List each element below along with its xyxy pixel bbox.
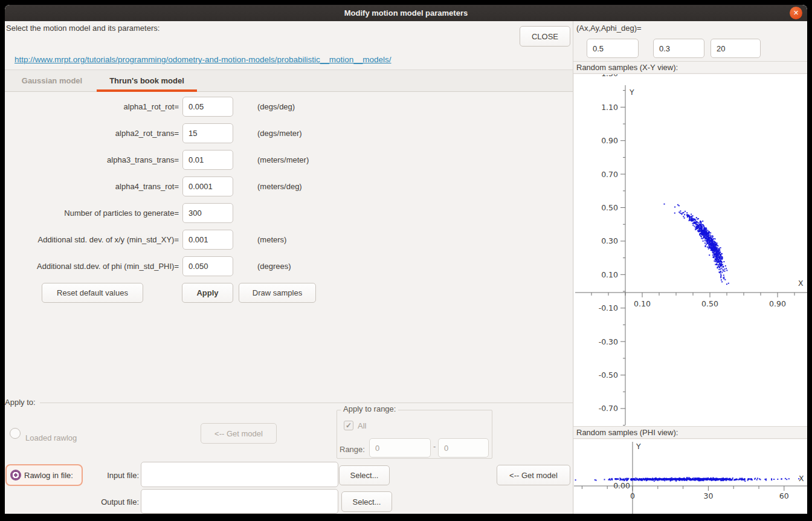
param-label: Number of particles to generate= — [5, 203, 179, 223]
dialog-window: Modify motion model parameters ✕ Select … — [5, 5, 807, 514]
svg-text:-0.30: -0.30 — [599, 337, 618, 346]
delta-phi-input[interactable] — [710, 39, 761, 58]
svg-text:0.10: 0.10 — [634, 299, 651, 308]
svg-text:-0.50: -0.50 — [599, 371, 618, 380]
svg-text:X: X — [798, 279, 804, 288]
svg-text:0.10: 0.10 — [601, 270, 618, 279]
svg-text:60: 60 — [779, 491, 789, 500]
svg-text:0.90: 0.90 — [601, 136, 618, 145]
svg-text:30: 30 — [703, 491, 713, 500]
output-file-label: Output file: — [65, 497, 139, 506]
alpha1-input[interactable] — [182, 97, 233, 117]
output-file-field[interactable] — [141, 489, 338, 514]
select-output-file-button[interactable]: Select... — [341, 491, 392, 512]
tab-label: Thrun's book model — [109, 76, 184, 85]
tab-thrun-book-model[interactable]: Thrun's book model — [97, 70, 197, 92]
xy-samples-plot[interactable]: YX1.301.100.900.700.500.300.10-0.10-0.30… — [574, 74, 807, 426]
svg-text:0.90: 0.90 — [769, 299, 786, 308]
param-unit: (degs/meter) — [257, 123, 302, 143]
tab-bar: Gaussian model Thrun's book model — [5, 70, 573, 92]
screenshot-canvas: Modify motion model parameters ✕ Select … — [0, 0, 812, 521]
loaded-rawlog-radio — [10, 428, 21, 439]
apply-to-range-legend: Apply to range: — [341, 404, 398, 413]
param-unit: (degrees) — [257, 256, 291, 276]
get-model-button-disabled: <-- Get model — [201, 423, 277, 444]
param-row-alpha2: alpha2_rot_trans= (degs/meter) — [5, 123, 573, 143]
active-tab-underline — [97, 89, 197, 92]
range-from-input — [369, 438, 431, 458]
tab-gaussian-model[interactable]: Gaussian model — [14, 70, 89, 92]
svg-text:0.70: 0.70 — [601, 170, 618, 179]
alpha2-input[interactable] — [182, 123, 233, 143]
svg-text:Y: Y — [629, 88, 634, 97]
svg-text:0: 0 — [630, 491, 635, 500]
svg-text:X: X — [799, 474, 804, 483]
range-separator: - — [433, 442, 436, 451]
svg-text:0.00: 0.00 — [613, 481, 630, 490]
samples-panel: (Ax,Ay,Aphi_deg)= Random samples (X-Y vi… — [573, 21, 807, 514]
tutorial-link[interactable]: http://www.mrpt.org/tutorials/programmin… — [14, 55, 392, 64]
apply-button[interactable]: Apply — [182, 283, 233, 303]
range-to-input — [438, 438, 489, 458]
check-icon: ✓ — [346, 421, 352, 430]
delta-y-input[interactable] — [653, 39, 704, 58]
tab-label: Gaussian model — [22, 76, 82, 85]
alpha3-input[interactable] — [182, 150, 233, 170]
svg-text:0.50: 0.50 — [701, 299, 718, 308]
param-label: alpha4_trans_rot= — [5, 176, 179, 196]
svg-text:Y: Y — [636, 442, 641, 451]
xy-view-title: Random samples (X-Y view): — [576, 63, 678, 72]
titlebar[interactable]: Modify motion model parameters ✕ — [5, 5, 807, 21]
param-row-alpha1: alpha1_rot_rot= (degs/deg) — [5, 97, 573, 117]
input-file-field[interactable] — [141, 462, 338, 487]
svg-text:1.10: 1.10 — [601, 103, 618, 112]
get-model-button[interactable]: <-- Get model — [497, 465, 570, 485]
param-row-alpha3: alpha3_trans_trans= (meters/meter) — [5, 150, 573, 170]
reset-default-values-button[interactable]: Reset default values — [42, 283, 143, 303]
window-title: Modify motion model parameters — [5, 5, 807, 21]
param-row-alpha4: alpha4_trans_rot= (meters/deg) — [5, 176, 573, 196]
xy-view-header: Random samples (X-Y view): — [573, 61, 807, 74]
min-std-phi-input[interactable] — [182, 256, 233, 276]
param-unit: (meters/meter) — [257, 150, 309, 170]
svg-text:0.30: 0.30 — [601, 236, 618, 245]
svg-text:0.50: 0.50 — [601, 203, 618, 212]
loaded-rawlog-label: Loaded rawlog — [25, 433, 77, 442]
param-row-min-std-xy: Additional std. dev. of x/y (min_std_XY)… — [5, 230, 573, 250]
param-unit: (meters/deg) — [257, 176, 302, 196]
svg-text:1.30: 1.30 — [601, 74, 618, 78]
all-checkbox-label: All — [358, 421, 366, 430]
range-label: Range: — [340, 445, 365, 454]
param-label: alpha3_trans_trans= — [5, 150, 179, 170]
draw-samples-button[interactable]: Draw samples — [239, 283, 316, 303]
close-button[interactable]: CLOSE — [520, 26, 570, 47]
param-label: alpha2_rot_trans= — [5, 123, 179, 143]
svg-text:-0.10: -0.10 — [599, 303, 618, 312]
param-unit: (degs/deg) — [257, 97, 295, 117]
close-icon: ✕ — [793, 9, 799, 16]
window-close-button[interactable]: ✕ — [790, 7, 802, 19]
select-input-file-button[interactable]: Select... — [339, 465, 390, 485]
delta-x-input[interactable] — [587, 39, 639, 58]
rawlog-in-file-radio[interactable] — [10, 470, 21, 481]
phi-samples-plot[interactable]: YX030600.00 — [574, 439, 807, 514]
param-label: Additional std.dev. of phi (min_std_PHI)… — [5, 256, 179, 276]
instruction-label: Select the motion model and its paramete… — [6, 24, 160, 33]
svg-text:-0.70: -0.70 — [599, 404, 618, 413]
phi-view-title: Random samples (PHI view): — [576, 428, 678, 437]
alpha4-input[interactable] — [182, 176, 233, 196]
param-row-particles: Number of particles to generate= — [5, 203, 573, 223]
param-unit: (meters) — [257, 230, 286, 250]
param-label: Additional std. dev. of x/y (min_std_XY)… — [5, 230, 179, 250]
all-checkbox: ✓ — [344, 421, 353, 430]
apply-to-legend: Apply to: — [5, 398, 38, 407]
min-std-xy-input[interactable] — [182, 230, 233, 250]
apply-to-frame-border — [40, 403, 573, 403]
input-file-label: Input file: — [65, 471, 139, 480]
param-row-min-std-phi: Additional std.dev. of phi (min_std_PHI)… — [5, 256, 573, 276]
delta-pose-label: (Ax,Ay,Aphi_deg)= — [576, 24, 642, 33]
phi-view-header: Random samples (PHI view): — [573, 426, 807, 439]
particles-input[interactable] — [182, 203, 233, 223]
param-label: alpha1_rot_rot= — [5, 97, 179, 117]
